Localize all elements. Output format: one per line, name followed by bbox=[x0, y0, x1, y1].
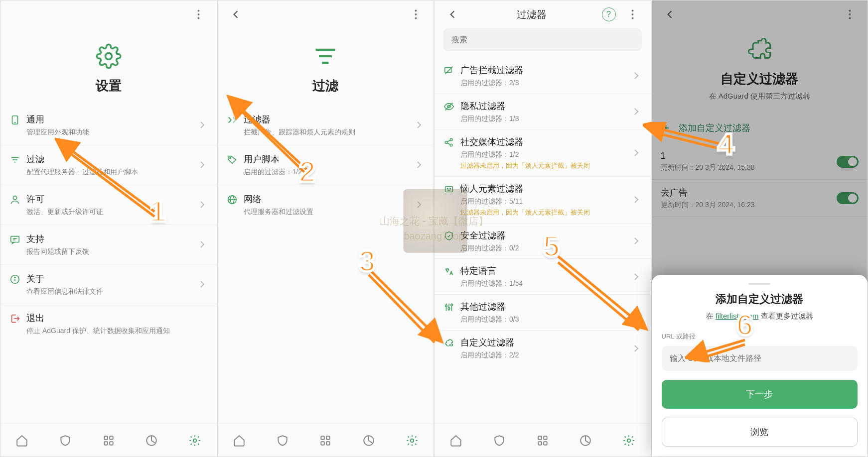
share-icon bbox=[443, 136, 460, 150]
support-icon bbox=[9, 233, 26, 247]
row-custom[interactable]: 自定义过滤器启用的过滤器：2/2 bbox=[434, 331, 651, 366]
exit-icon bbox=[9, 312, 26, 326]
url-field[interactable] bbox=[662, 346, 858, 371]
row-userscripts[interactable]: 用户脚本启用的过滤器：1/2 bbox=[218, 145, 434, 185]
more-menu-icon[interactable] bbox=[624, 5, 642, 23]
row-sub: 激活、更新或升级许可证 bbox=[26, 207, 197, 217]
row-security[interactable]: 安全过滤器启用的过滤器：0/2 bbox=[434, 224, 651, 259]
search-input[interactable] bbox=[451, 35, 634, 44]
row-title: 自定义过滤器 bbox=[460, 337, 631, 348]
row-sub: 启用的过滤器：1/54 bbox=[460, 279, 631, 288]
nav-apps-icon[interactable] bbox=[87, 424, 130, 457]
svg-rect-61 bbox=[538, 442, 542, 445]
svg-rect-33 bbox=[326, 436, 330, 440]
row-support[interactable]: 支持报告问题或留下反馈 bbox=[0, 225, 217, 265]
row-sub: 启用的过滤器：1/2 bbox=[460, 150, 631, 159]
page-title: 过滤 bbox=[218, 77, 434, 95]
svg-point-0 bbox=[198, 10, 200, 12]
row-other[interactable]: 其他过滤器启用的过滤器：0/3 bbox=[434, 295, 651, 331]
chevron-right-icon bbox=[414, 121, 425, 129]
row-sub: 启用的过滤器：0/2 bbox=[460, 243, 631, 253]
language-icon bbox=[443, 265, 460, 279]
row-sub: 拦截广告、跟踪器和烦人元素的规则 bbox=[244, 127, 414, 137]
bottom-nav bbox=[434, 424, 651, 457]
next-button[interactable]: 下一步 bbox=[662, 380, 858, 409]
row-sub: 启用的过滤器：0/3 bbox=[460, 315, 631, 324]
svg-point-58 bbox=[451, 304, 453, 306]
row-title: 广告拦截过滤器 bbox=[460, 64, 631, 76]
row-ad-blocking[interactable]: 广告拦截过滤器启用的过滤器：2/3 bbox=[434, 58, 651, 94]
row-filtering[interactable]: 过滤配置代理服务器、过滤器和用户脚本 bbox=[0, 145, 217, 185]
browse-button[interactable]: 浏览 bbox=[662, 418, 858, 447]
bottom-nav bbox=[0, 424, 217, 457]
svg-point-51 bbox=[447, 188, 448, 189]
search-box[interactable] bbox=[443, 28, 642, 51]
nav-apps-icon[interactable] bbox=[521, 424, 564, 457]
back-icon[interactable] bbox=[443, 5, 461, 23]
svg-rect-19 bbox=[110, 442, 113, 445]
sheet-hint: 在 filterlists.com 查看更多过滤器 bbox=[662, 312, 858, 321]
settings-list: 通用管理应用外观和功能 过滤配置代理服务器、过滤器和用户脚本 许可激活、更新或升… bbox=[0, 106, 217, 343]
svg-point-21 bbox=[193, 439, 197, 442]
nav-home-icon[interactable] bbox=[0, 424, 44, 457]
globe-icon bbox=[227, 193, 244, 207]
nav-home-icon[interactable] bbox=[218, 424, 261, 457]
nav-home-icon[interactable] bbox=[434, 424, 478, 457]
add-filter-sheet: 添加自定义过滤器 在 filterlists.com 查看更多过滤器 URL 或… bbox=[652, 275, 868, 457]
row-title: 退出 bbox=[26, 312, 208, 324]
row-title: 安全过滤器 bbox=[460, 229, 631, 241]
help-icon[interactable]: ? bbox=[602, 7, 616, 21]
ad-block-icon bbox=[443, 64, 460, 78]
gear-icon bbox=[95, 42, 123, 70]
nav-settings-icon[interactable] bbox=[173, 424, 217, 457]
pane-filtering: 过滤 过滤器拦截广告、跟踪器和烦人元素的规则 用户脚本启用的过滤器：1/2 网络… bbox=[217, 0, 434, 457]
row-privacy[interactable]: 隐私过滤器启用的过滤器：1/8 bbox=[434, 94, 651, 130]
row-sub: 停止 AdGuard 保护、统计数据收集和应用通知 bbox=[26, 326, 208, 336]
row-filters[interactable]: 过滤器拦截广告、跟踪器和烦人元素的规则 bbox=[218, 106, 434, 145]
nav-stats-icon[interactable] bbox=[130, 424, 173, 457]
back-icon[interactable] bbox=[227, 5, 245, 23]
nav-shield-icon[interactable] bbox=[44, 424, 87, 457]
page-title: 过滤器 bbox=[461, 8, 602, 21]
svg-point-24 bbox=[415, 17, 417, 19]
svg-point-56 bbox=[445, 305, 447, 307]
top-bar bbox=[0, 0, 217, 28]
url-input[interactable] bbox=[670, 354, 850, 363]
row-exit[interactable]: 退出停止 AdGuard 保护、统计数据收集和应用通知 bbox=[0, 304, 217, 343]
svg-point-37 bbox=[410, 439, 414, 442]
shield-check-icon bbox=[443, 229, 460, 243]
row-general[interactable]: 通用管理应用外观和功能 bbox=[0, 106, 217, 145]
more-menu-icon[interactable] bbox=[190, 5, 208, 23]
svg-rect-59 bbox=[538, 436, 542, 440]
bottom-nav bbox=[218, 424, 434, 457]
row-social[interactable]: 社交媒体过滤器启用的过滤器：1/2过滤器未启用，因为「烦人元素拦截」被关闭 bbox=[434, 130, 651, 177]
row-network[interactable]: 网络代理服务器和过滤设置 bbox=[218, 185, 434, 225]
nav-settings-icon[interactable] bbox=[390, 424, 434, 457]
nav-shield-icon[interactable] bbox=[261, 424, 304, 457]
filters-list: 广告拦截过滤器启用的过滤器：2/3 隐私过滤器启用的过滤器：1/8 社交媒体过滤… bbox=[434, 58, 651, 366]
chevron-right-icon bbox=[631, 72, 642, 80]
row-sub: 代理服务器和过滤设置 bbox=[244, 207, 414, 217]
row-language[interactable]: 特定语言启用的过滤器：1/54 bbox=[434, 259, 651, 295]
row-about[interactable]: 关于查看应用信息和法律文件 bbox=[0, 265, 217, 305]
chevron-right-icon bbox=[414, 201, 425, 209]
nav-stats-icon[interactable] bbox=[564, 424, 607, 457]
svg-point-9 bbox=[13, 196, 16, 199]
row-license[interactable]: 许可激活、更新或升级许可证 bbox=[0, 185, 217, 225]
row-sub: 管理应用外观和功能 bbox=[26, 127, 197, 137]
page-title: 设置 bbox=[0, 77, 217, 95]
nav-shield-icon[interactable] bbox=[478, 424, 521, 457]
sheet-title: 添加自定义过滤器 bbox=[662, 292, 858, 307]
nav-settings-icon[interactable] bbox=[607, 424, 651, 457]
top-bar bbox=[218, 0, 434, 28]
nav-apps-icon[interactable] bbox=[304, 424, 347, 457]
row-annoyances[interactable]: 恼人元素过滤器启用的过滤器：5/11过滤器未启用，因为「烦人元素拦截」被关闭 bbox=[434, 177, 651, 224]
nav-stats-icon[interactable] bbox=[347, 424, 391, 457]
svg-rect-35 bbox=[326, 442, 330, 445]
row-title: 用户脚本 bbox=[244, 153, 414, 165]
svg-point-64 bbox=[627, 439, 631, 442]
row-sub: 启用的过滤器：1/2 bbox=[244, 167, 414, 177]
sheet-grab-handle[interactable] bbox=[748, 283, 770, 285]
more-menu-icon[interactable] bbox=[407, 5, 425, 23]
filterlists-link[interactable]: filterlists.com bbox=[716, 312, 759, 320]
